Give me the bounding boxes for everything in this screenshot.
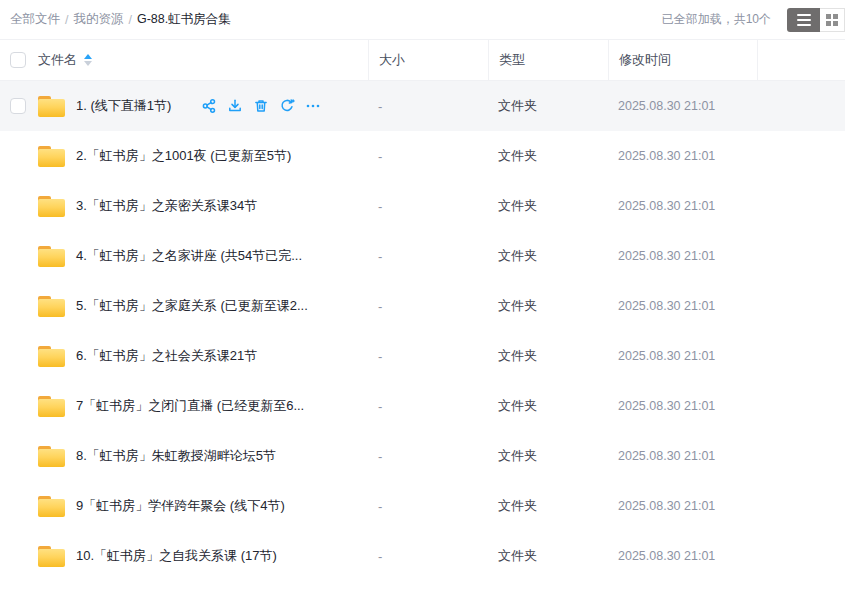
column-header-modified[interactable]: 修改时间: [608, 40, 757, 80]
file-size: -: [368, 481, 488, 531]
file-modified: 2025.08.30 21:01: [608, 181, 757, 231]
file-name[interactable]: 2.「虹书房」之1001夜 (已更新至5节): [76, 147, 291, 165]
row-spacer: [757, 331, 845, 381]
row-spacer: [757, 481, 845, 531]
breadcrumb-item[interactable]: 我的资源: [73, 11, 123, 28]
grid-view-icon[interactable]: [820, 8, 845, 32]
table-row[interactable]: 8.「虹书房」朱虹教授湖畔论坛5节: [0, 431, 845, 481]
save-copy-icon[interactable]: [279, 98, 295, 114]
file-modified: 2025.08.30 21:01: [608, 281, 757, 331]
file-type: 文件夹: [488, 381, 608, 431]
file-type: 文件夹: [488, 231, 608, 281]
file-name[interactable]: 3.「虹书房」之亲密关系课34节: [76, 197, 257, 215]
file-type: 文件夹: [488, 281, 608, 331]
file-modified: 2025.08.30 21:01: [608, 531, 757, 581]
file-size: -: [368, 181, 488, 231]
file-name[interactable]: 4.「虹书房」之名家讲座 (共54节已完...: [76, 247, 302, 265]
delete-icon[interactable]: [253, 98, 269, 114]
select-all-checkbox[interactable]: [10, 52, 26, 68]
file-size: -: [368, 81, 488, 131]
sort-asc-arrow: [84, 54, 92, 59]
table-row[interactable]: 2.「虹书房」之1001夜 (已更新至5节): [0, 131, 845, 181]
file-size: -: [368, 531, 488, 581]
table-row[interactable]: 5.「虹书房」之家庭关系 (已更新至课2...: [0, 281, 845, 331]
file-name[interactable]: 9「虹书房」学伴跨年聚会 (线下4节): [76, 497, 285, 515]
file-type: 文件夹: [488, 531, 608, 581]
download-icon[interactable]: [227, 98, 243, 114]
row-spacer: [757, 281, 845, 331]
row-spacer: [757, 131, 845, 181]
file-modified: 2025.08.30 21:01: [608, 381, 757, 431]
file-name[interactable]: 6.「虹书房」之社会关系课21节: [76, 347, 257, 365]
table-row[interactable]: 9「虹书房」学伴跨年聚会 (线下4节): [0, 481, 845, 531]
column-header-type[interactable]: 类型: [488, 40, 608, 80]
list-view-glyph: [797, 14, 811, 26]
file-type: 文件夹: [488, 481, 608, 531]
row-actions: [201, 98, 321, 114]
table-row[interactable]: 7「虹书房」之闭门直播 (已经更新至6...: [0, 381, 845, 431]
folder-icon: [38, 96, 65, 117]
column-header-spacer: [757, 40, 845, 80]
folder-icon: [38, 296, 65, 317]
folder-icon: [38, 446, 65, 467]
grid-view-glyph: [826, 14, 838, 26]
sort-icon[interactable]: [84, 54, 92, 66]
breadcrumb-separator: /: [65, 13, 68, 27]
breadcrumb-separator: /: [128, 13, 131, 27]
file-modified: 2025.08.30 21:01: [608, 431, 757, 481]
row-checkbox[interactable]: [10, 98, 26, 114]
table-row[interactable]: 6.「虹书房」之社会关系课21节: [0, 331, 845, 381]
folder-icon: [38, 496, 65, 517]
share-icon[interactable]: [201, 98, 217, 114]
row-spacer: [757, 381, 845, 431]
file-size: -: [368, 281, 488, 331]
file-size: -: [368, 331, 488, 381]
breadcrumb-item: G-88.虹书房合集: [137, 11, 231, 28]
column-header-name[interactable]: 文件名: [38, 51, 77, 69]
folder-icon: [38, 246, 65, 267]
folder-icon: [38, 396, 65, 417]
table-header: 文件名 大小 类型 修改时间: [0, 39, 845, 81]
file-size: -: [368, 231, 488, 281]
column-header-size[interactable]: 大小: [368, 40, 488, 80]
file-modified: 2025.08.30 21:01: [608, 231, 757, 281]
file-type: 文件夹: [488, 181, 608, 231]
file-type: 文件夹: [488, 431, 608, 481]
table-row[interactable]: 1. (线下直播1节): [0, 81, 845, 131]
folder-icon: [38, 146, 65, 167]
file-modified: 2025.08.30 21:01: [608, 81, 757, 131]
file-type: 文件夹: [488, 81, 608, 131]
view-toggle: [787, 8, 845, 32]
breadcrumb: 全部文件/我的资源/G-88.虹书房合集: [10, 11, 662, 28]
file-size: -: [368, 381, 488, 431]
row-spacer: [757, 531, 845, 581]
file-rows: 1. (线下直播1节): [0, 81, 845, 581]
file-name[interactable]: 10.「虹书房」之自我关系课 (17节): [76, 547, 277, 565]
folder-icon: [38, 346, 65, 367]
file-name[interactable]: 5.「虹书房」之家庭关系 (已更新至课2...: [76, 297, 308, 315]
file-size: -: [368, 131, 488, 181]
row-spacer: [757, 231, 845, 281]
load-status-text: 已全部加载，共10个: [662, 11, 771, 28]
file-modified: 2025.08.30 21:01: [608, 481, 757, 531]
row-spacer: [757, 181, 845, 231]
table-row[interactable]: 10.「虹书房」之自我关系课 (17节): [0, 531, 845, 581]
topbar: 全部文件/我的资源/G-88.虹书房合集 已全部加载，共10个: [0, 0, 845, 39]
file-name[interactable]: 1. (线下直播1节): [76, 97, 171, 115]
sort-desc-arrow: [84, 61, 92, 66]
file-size: -: [368, 431, 488, 481]
more-icon[interactable]: [305, 98, 321, 114]
row-spacer: [757, 431, 845, 481]
row-spacer: [757, 81, 845, 131]
list-view-icon[interactable]: [787, 8, 820, 32]
file-name[interactable]: 8.「虹书房」朱虹教授湖畔论坛5节: [76, 447, 276, 465]
file-modified: 2025.08.30 21:01: [608, 131, 757, 181]
file-type: 文件夹: [488, 331, 608, 381]
table-row[interactable]: 3.「虹书房」之亲密关系课34节: [0, 181, 845, 231]
table-row[interactable]: 4.「虹书房」之名家讲座 (共54节已完...: [0, 231, 845, 281]
folder-icon: [38, 196, 65, 217]
breadcrumb-item[interactable]: 全部文件: [10, 11, 60, 28]
folder-icon: [38, 546, 65, 567]
file-modified: 2025.08.30 21:01: [608, 331, 757, 381]
file-name[interactable]: 7「虹书房」之闭门直播 (已经更新至6...: [76, 397, 304, 415]
